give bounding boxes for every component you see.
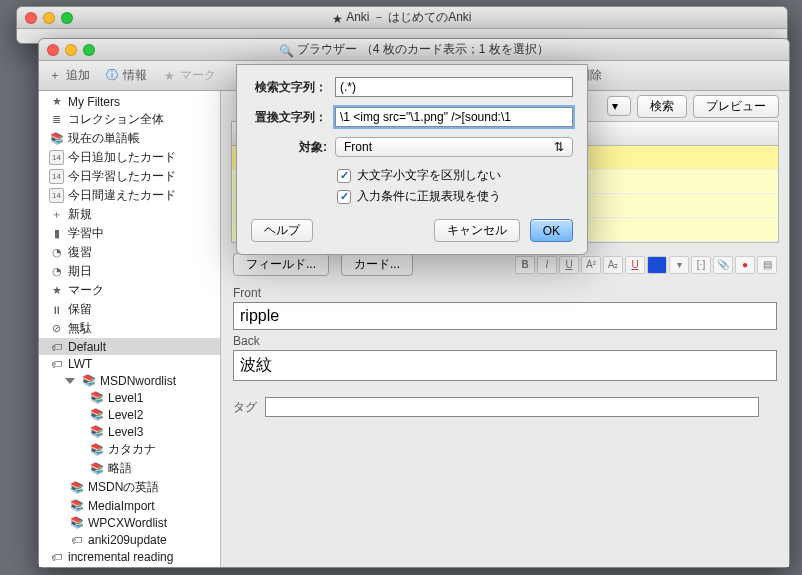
sidebar-item-5[interactable]: 14今日間違えたカード — [39, 186, 220, 205]
close-icon[interactable] — [25, 12, 37, 24]
format-toolbar: B I U A² A₂ U ▾ [·] 📎 ● ▤ — [515, 256, 777, 274]
search-button[interactable]: 検索 — [637, 95, 687, 118]
search-string-label: 検索文字列： — [251, 79, 327, 96]
back-label: Back — [233, 334, 777, 348]
sidebar-item-label: 現在の単語帳 — [68, 130, 140, 147]
add-button[interactable]: ＋追加 — [47, 67, 90, 84]
close-icon[interactable] — [47, 44, 59, 56]
info-button[interactable]: ⓘ情報 — [104, 67, 147, 84]
sidebar-item-label: Level2 — [108, 408, 143, 422]
sidebar-item-19[interactable]: 📚カタカナ — [39, 440, 220, 459]
find-replace-dialog: 検索文字列： 置換文字列： 対象: Front⇅ ✓大文字小文字を区別しない ✓… — [236, 64, 588, 255]
sidebar-item-15[interactable]: 📚MSDNwordlist — [39, 372, 220, 389]
cal-icon: 14 — [49, 169, 64, 184]
sidebar-item-25[interactable]: 🏷incremental reading — [39, 548, 220, 565]
sidebar-item-14[interactable]: 🏷LWT — [39, 355, 220, 372]
sidebar-item-label: 復習 — [68, 244, 92, 261]
sidebar-item-4[interactable]: 14今日学習したカード — [39, 167, 220, 186]
sidebar-item-21[interactable]: 📚MSDNの英語 — [39, 478, 220, 497]
bold-button[interactable]: B — [515, 256, 535, 274]
cal-icon: 14 — [49, 150, 64, 165]
sidebar-item-2[interactable]: 📚現在の単語帳 — [39, 129, 220, 148]
sidebar-item-8[interactable]: ◔復習 — [39, 243, 220, 262]
sidebar-item-22[interactable]: 📚MediaImport — [39, 497, 220, 514]
ignore-case-checkbox[interactable]: ✓大文字小文字を区別しない — [337, 167, 573, 184]
zoom-icon[interactable] — [83, 44, 95, 56]
color-picker-button[interactable]: ▾ — [669, 256, 689, 274]
sidebar-item-label: Level1 — [108, 391, 143, 405]
replace-string-input[interactable] — [335, 107, 573, 127]
sidebar-item-9[interactable]: ◔期日 — [39, 262, 220, 281]
sidebar-item-18[interactable]: 📚Level3 — [39, 423, 220, 440]
help-button[interactable]: ヘルプ — [251, 219, 313, 242]
sidebar-item-24[interactable]: 🏷anki209update — [39, 531, 220, 548]
cancel-button[interactable]: キャンセル — [434, 219, 520, 242]
sidebar-item-13[interactable]: 🏷Default — [39, 338, 220, 355]
tag-icon: 🏷 — [69, 532, 84, 547]
sidebar-item-23[interactable]: 📚WPCXWordlist — [39, 514, 220, 531]
disclosure-icon[interactable] — [65, 378, 75, 384]
target-select[interactable]: Front⇅ — [335, 137, 573, 157]
sidebar-item-label: LWT — [68, 357, 92, 371]
preview-button[interactable]: プレビュー — [693, 95, 779, 118]
cloze-button[interactable]: [·] — [691, 256, 711, 274]
subscript-button[interactable]: A₂ — [603, 256, 623, 274]
clock-icon: ◔ — [49, 264, 64, 279]
main-titlebar: ★ Anki － はじめてのAnki — [17, 7, 787, 29]
tag-icon: 🏷 — [49, 339, 64, 354]
front-field[interactable]: ripple — [233, 302, 777, 330]
sidebar-item-label: Level3 — [108, 425, 143, 439]
regex-checkbox[interactable]: ✓入力条件に正規表現を使う — [337, 188, 573, 205]
cards-button[interactable]: カード... — [341, 253, 413, 276]
sidebar-item-label: incremental reading — [68, 550, 173, 564]
search-string-input[interactable] — [335, 77, 573, 97]
sidebar-item-1[interactable]: ≣コレクション全体 — [39, 110, 220, 129]
sidebar-item-label: 略語 — [108, 460, 132, 477]
ok-button[interactable]: OK — [530, 219, 573, 242]
zoom-icon[interactable] — [61, 12, 73, 24]
sidebar-item-7[interactable]: ▮学習中 — [39, 224, 220, 243]
sidebar-item-label: MSDNの英語 — [88, 479, 159, 496]
deck-icon: 📚 — [89, 407, 104, 422]
star-icon: ★ — [49, 94, 64, 109]
sidebar-item-label: 新規 — [68, 206, 92, 223]
learn-icon: ▮ — [49, 226, 64, 241]
sidebar-item-label: マーク — [68, 282, 104, 299]
sidebar-item-17[interactable]: 📚Level2 — [39, 406, 220, 423]
sidebar-item-3[interactable]: 14今日追加したカード — [39, 148, 220, 167]
minimize-icon[interactable] — [43, 12, 55, 24]
sidebar-item-16[interactable]: 📚Level1 — [39, 389, 220, 406]
sidebar-item-6[interactable]: ＋新規 — [39, 205, 220, 224]
star-icon: ★ — [49, 283, 64, 298]
sidebar-item-label: コレクション全体 — [68, 111, 164, 128]
more-button[interactable]: ▤ — [757, 256, 777, 274]
sidebar-item-11[interactable]: ⏸保留 — [39, 300, 220, 319]
cal-icon: 14 — [49, 188, 64, 203]
fields-button[interactable]: フィールド... — [233, 253, 329, 276]
record-button[interactable]: ● — [735, 256, 755, 274]
sidebar-item-label: 今日追加したカード — [68, 149, 176, 166]
superscript-button[interactable]: A² — [581, 256, 601, 274]
search-history-dropdown[interactable]: ▾ — [607, 96, 631, 116]
minimize-icon[interactable] — [65, 44, 77, 56]
sidebar-item-label: anki209update — [88, 533, 167, 547]
underline-button[interactable]: U — [559, 256, 579, 274]
sidebar-item-20[interactable]: 📚略語 — [39, 459, 220, 478]
plus-icon: ＋ — [49, 207, 64, 222]
ban-icon: ⊘ — [49, 321, 64, 336]
deck-icon: 📚 — [89, 390, 104, 405]
sidebar-item-0[interactable]: ★My Filters — [39, 93, 220, 110]
back-field[interactable]: 波紋 — [233, 350, 777, 381]
sidebar-item-10[interactable]: ★マーク — [39, 281, 220, 300]
color-button[interactable] — [647, 256, 667, 274]
italic-button[interactable]: I — [537, 256, 557, 274]
mark-button[interactable]: ★マーク — [161, 67, 216, 84]
tag-field[interactable] — [265, 397, 759, 417]
sidebar-item-12[interactable]: ⊘無駄 — [39, 319, 220, 338]
sidebar-item-label: 保留 — [68, 301, 92, 318]
clear-format-button[interactable]: U — [625, 256, 645, 274]
pause-icon: ⏸ — [49, 302, 64, 317]
app-icon: ★ — [332, 12, 343, 26]
attach-button[interactable]: 📎 — [713, 256, 733, 274]
main-title: Anki － はじめてのAnki — [346, 10, 471, 24]
